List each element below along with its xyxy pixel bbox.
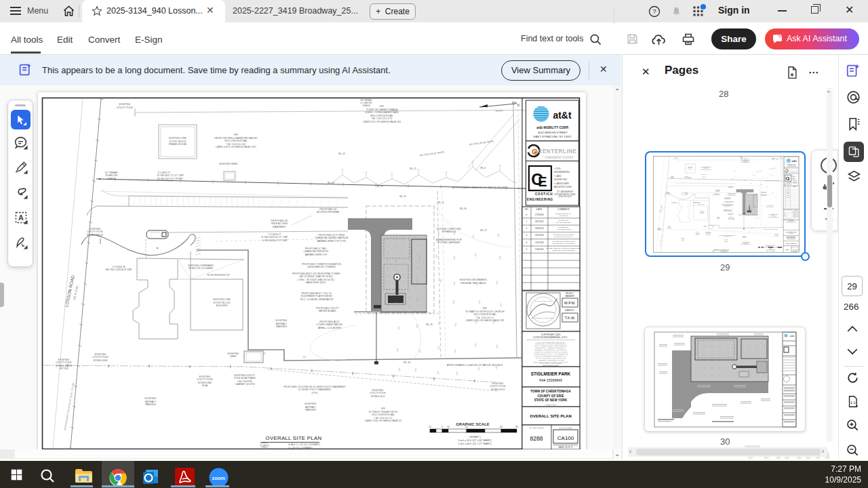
svg-text:GRAPHIC SCALE: GRAPHIC SCALE bbox=[456, 422, 490, 426]
svg-text:W.I.C. & DIESEL GENERATOR: W.I.C. & DIESEL GENERATOR bbox=[300, 298, 334, 301]
svg-text:?: ? bbox=[652, 7, 656, 15]
svg-text:SHED: SHED bbox=[230, 355, 237, 358]
svg-text:10/01/2025: 10/01/2025 bbox=[535, 241, 545, 244]
svg-text:SURVEYING: SURVEYING bbox=[554, 178, 568, 181]
svg-text:08/15/2025: 08/15/2025 bbox=[535, 220, 545, 223]
svg-text:OVERALL SITE PLAN: OVERALL SITE PLAN bbox=[266, 435, 322, 441]
svg-text:NYSEG 286-92: NYSEG 286-92 bbox=[87, 234, 103, 237]
svg-text:JOHN C. STIEGLMEIER PARK: JOHN C. STIEGLMEIER PARK bbox=[365, 111, 399, 114]
svg-text:ROOF ELEV/HGT 87: ROOF ELEV/HGT 87 bbox=[207, 274, 229, 277]
svg-text:GRADE: GRADE bbox=[362, 104, 371, 107]
svg-text:4041 BRIDGE STREET: 4041 BRIDGE STREET bbox=[538, 131, 568, 134]
svg-text:NYSEG 4046: NYSEG 4046 bbox=[93, 359, 107, 362]
svg-text:REVISED PER RF/COMMENT: REVISED PER RF/COMMENT bbox=[553, 234, 574, 235]
svg-text:SHEET NUMBER: SHEET NUMBER bbox=[559, 427, 572, 429]
svg-text:SCALE 1" = 20' (22 x 34 SHEET): SCALE 1" = 20' (22 x 34 SHEET) bbox=[288, 443, 320, 446]
svg-text:FRAME HOUSE: FRAME HOUSE bbox=[169, 143, 187, 146]
svg-text:KEVIN TIETJEN & KAREN MICHALSK: KEVIN TIETJEN & KAREN MICHALSKI bbox=[214, 137, 257, 140]
svg-text:ENGINEERING: ENGINEERING bbox=[554, 171, 570, 174]
svg-text:ASPHALT: ASPHALT bbox=[145, 401, 157, 403]
svg-text:N: N bbox=[517, 104, 519, 107]
svg-text:REVISED PER CONSTRUCTION: REVISED PER CONSTRUCTION bbox=[553, 241, 575, 242]
svg-text:WL-6: WL-6 bbox=[480, 167, 486, 169]
svg-text:EXISTING ONE: EXISTING ONE bbox=[213, 298, 231, 301]
svg-text:W/ BLOCK COLUMNS: W/ BLOCK COLUMNS bbox=[189, 267, 213, 270]
svg-text:at&t MOBILITY CORP.: at&t MOBILITY CORP. bbox=[536, 126, 568, 129]
svg-text:W. INV 4627.50 #FCMP: W. INV 4627.50 #FCMP bbox=[157, 178, 183, 180]
svg-text:EXISTING ONE: EXISTING ONE bbox=[169, 137, 186, 140]
svg-text:SIGNATURE AND SPECIFIC DESCRIP: SIGNATURE AND SPECIFIC DESCRIPTION OF TH… bbox=[534, 361, 568, 363]
svg-text:LIBER 9112 OF DEEDS PAGE 563: LIBER 9112 OF DEEDS PAGE 563 bbox=[363, 121, 401, 123]
svg-text:DRAWN BY: DRAWN BY bbox=[565, 309, 574, 312]
svg-text:EASEMENT: EASEMENT bbox=[273, 226, 286, 228]
svg-text:TO AFFIX HIS/HER SEAL AND THE: TO AFFIX HIS/HER SEAL AND THE NOTATION bbox=[536, 357, 566, 359]
svg-text:12': 12' bbox=[263, 352, 267, 355]
svg-text:LANDSCAPE ARCHITECT TO ALTER A: LANDSCAPE ARCHITECT TO ALTER ANY ITEM ON bbox=[534, 351, 568, 352]
svg-text:(TYP): (TYP) bbox=[311, 392, 317, 394]
svg-text:EAST SYRACUSE, NY 13057: EAST SYRACUSE, NY 13057 bbox=[534, 135, 572, 138]
svg-text:NORTH: NORTH bbox=[496, 110, 503, 113]
svg-text:WL-12: WL-12 bbox=[410, 167, 416, 170]
svg-text:PARKING: PARKING bbox=[145, 403, 156, 406]
svg-text:COSTICH ENGINEERING, D.P.C.: COSTICH ENGINEERING, D.P.C. bbox=[533, 336, 568, 339]
svg-text:EXISTING: EXISTING bbox=[276, 319, 288, 322]
svg-text:FUTURE CARRIERS: FUTURE CARRIERS bbox=[437, 241, 460, 244]
svg-text:SHEET TITLE: SHEET TITLE bbox=[545, 404, 556, 406]
svg-text:ALTERS THIS DOCUMENT IS REQUIR: ALTERS THIS DOCUMENT IS REQUIRED BY LAW bbox=[534, 355, 567, 357]
svg-text:COUNTY OF ERIE: COUNTY OF ERIE bbox=[538, 394, 564, 398]
svg-text:EXISTING DELINEATED: EXISTING DELINEATED bbox=[460, 279, 487, 281]
svg-text:N/F: N/F bbox=[380, 105, 384, 108]
svg-text:FEDERAL WETLANDS: FEDERAL WETLANDS bbox=[460, 282, 486, 285]
svg-text:5: 5 bbox=[526, 248, 528, 251]
svg-text:ST PHILIP THE APOSTLE: ST PHILIP THE APOSTLE bbox=[369, 411, 398, 413]
svg-text:N/F: N/F bbox=[381, 407, 386, 410]
svg-text:1:1: 1:1 bbox=[850, 401, 856, 405]
svg-text:WL-17: WL-17 bbox=[480, 229, 487, 232]
svg-text:FOR ANY PERSON UNLESS ACTING U: FOR ANY PERSON UNLESS ACTING UNDER THE bbox=[534, 345, 568, 346]
svg-text:OVERALL SITE PLAN: OVERALL SITE PLAN bbox=[530, 414, 572, 418]
svg-text:TOWN OF CHEEKTOWAGA: TOWN OF CHEEKTOWAGA bbox=[530, 390, 571, 393]
svg-text:ISSUED PRELIMINARY: ISSUED PRELIMINARY bbox=[555, 213, 572, 214]
svg-text:UTILITY POLE: UTILITY POLE bbox=[117, 106, 134, 109]
svg-text:TOWER/DR HEIGHT EMAIL: TOWER/DR HEIGHT EMAIL bbox=[554, 236, 574, 237]
svg-text:COMMUNICATIONS · SOLUTIONS: COMMUNICATIONS · SOLUTIONS bbox=[545, 157, 573, 159]
svg-text:12': 12' bbox=[303, 356, 307, 359]
svg-text:REVISED PER: REVISED PER bbox=[559, 226, 569, 228]
svg-text:• LANDSCAPE: • LANDSCAPE bbox=[554, 182, 570, 185]
svg-text:AREA +/-0.21 ACRES: AREA +/-0.21 ACRES bbox=[318, 327, 342, 329]
svg-text:ENGINEERING: ENGINEERING bbox=[527, 198, 553, 201]
svg-text:S. INV 4626.47 12"CMP: S. INV 4626.47 12"CMP bbox=[262, 239, 288, 242]
svg-text:CABINET SOUTH: CABINET SOUTH bbox=[235, 383, 255, 386]
svg-text:COMMENTS/STAFF COMMENTS: COMMENTS/STAFF COMMENTS bbox=[552, 243, 575, 244]
svg-text:01/08/2025: 01/08/2025 bbox=[535, 248, 545, 251]
svg-text:BARBED WIRE TOP (TYP): BARBED WIRE TOP (TYP) bbox=[317, 240, 347, 243]
svg-text:zoom: zoom bbox=[212, 475, 226, 481]
svg-text:CA100: CA100 bbox=[557, 435, 574, 441]
svg-text:STATE OF NEW YORK: STATE OF NEW YORK bbox=[534, 399, 568, 402]
svg-text:20: 20 bbox=[465, 426, 468, 428]
svg-text:STORY BLOCK: STORY BLOCK bbox=[213, 302, 231, 304]
svg-text:INV. INV +628.60 8"CMP: INV. INV +628.60 8"CMP bbox=[106, 268, 133, 271]
svg-text:COMMENTS: COMMENTS bbox=[557, 208, 570, 211]
svg-text:1" = 40' (11 x 17 SHEET): 1" = 40' (11 x 17 SHEET) bbox=[288, 447, 312, 449]
svg-text:APPROXIMATE LOCATION OF PARCEL: APPROXIMATE LOCATION OF PARCEL BOUNDS bbox=[452, 186, 509, 189]
svg-text:0: 0 bbox=[526, 214, 528, 216]
svg-text:N/F: N/F bbox=[234, 134, 239, 136]
svg-text:AT&T DESCRIPTION: AT&T DESCRIPTION bbox=[557, 228, 571, 230]
svg-text:STIGLMEIER PARK: STIGLMEIER PARK bbox=[531, 371, 571, 376]
svg-text:WL-16: WL-16 bbox=[460, 207, 467, 210]
svg-text:WL-14: WL-14 bbox=[376, 185, 383, 188]
svg-text:890 LOSSON ROAD: 890 LOSSON ROAD bbox=[370, 115, 393, 117]
svg-text:COSTICH: COSTICH bbox=[535, 192, 553, 196]
svg-text:EXISTING: EXISTING bbox=[119, 103, 131, 106]
svg-text:T.A. #114.14-2-62: T.A. #114.14-2-62 bbox=[226, 143, 245, 146]
svg-text:EXISTING: EXISTING bbox=[305, 403, 317, 405]
svg-text:at&t: at&t bbox=[789, 334, 795, 338]
svg-text:(585) 458-3020: (585) 458-3020 bbox=[558, 195, 572, 198]
svg-text:IT IS A VIOLATION OF NEW YORK: IT IS A VIOLATION OF NEW YORK STATE bbox=[537, 342, 564, 343]
svg-text:ACCESS DRIVEWAY: ACCESS DRIVEWAY bbox=[317, 211, 340, 214]
svg-text:1 inch = 20 ft. (22" x 34" SHE: 1 inch = 20 ft. (22" x 34" SHEET) bbox=[458, 439, 491, 442]
svg-text:ST MARY'S ORTHODOX CHURCH: ST MARY'S ORTHODOX CHURCH bbox=[465, 310, 505, 313]
svg-text:BASE ELEV 608.6': BASE ELEV 608.6' bbox=[306, 281, 326, 284]
svg-text:FOR REVIEW: FOR REVIEW bbox=[559, 215, 569, 216]
